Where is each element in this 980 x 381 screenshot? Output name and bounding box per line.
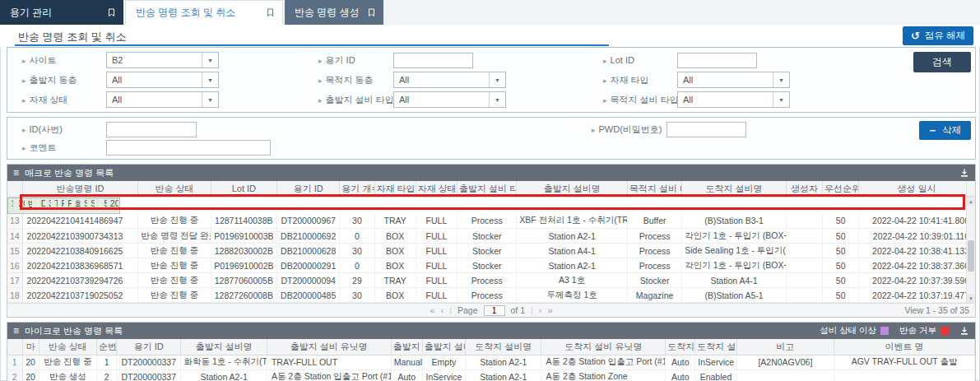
scroll-down-icon[interactable]: ▼ (967, 294, 975, 303)
cell: XBF 전처리 1호 - 수취기(TR (517, 214, 628, 229)
column-header[interactable]: 반송 상태 (138, 181, 211, 197)
tab-container-management[interactable]: 용기 관리 (0, 0, 123, 25)
table-row[interactable]: 1820220422103719025052반송 진행 중12827260008… (7, 288, 975, 303)
first-page-icon[interactable]: « (430, 306, 434, 315)
micro-grid-title: 마이크로 반송 명령 목록 (25, 325, 123, 337)
id-input[interactable] (106, 122, 197, 137)
cell (786, 288, 822, 303)
dst-equip-type-select[interactable]: All▼ (677, 91, 790, 108)
cell: Process (627, 258, 681, 273)
tab-transfer-query-cancel[interactable]: 반송 명령 조회 및 취소 (125, 0, 283, 25)
table-row[interactable]: 1720220422103739294726반송 진행 중12877060005… (7, 273, 975, 288)
cell: 20220422103900734313 (22, 229, 138, 244)
column-header[interactable]: 생성 일시 (859, 181, 975, 197)
delete-button[interactable]: − 삭제 (919, 121, 971, 140)
column-header[interactable]: 마 (22, 339, 39, 355)
column-header[interactable]: 반송 상태 (39, 339, 96, 355)
column-header[interactable]: 도착지 설비 (695, 339, 736, 355)
material-type-select[interactable]: All▼ (677, 72, 790, 88)
column-header[interactable] (7, 339, 22, 355)
column-header[interactable]: 반송명령 ID (22, 181, 138, 197)
site-select[interactable]: B2▼ (106, 52, 219, 68)
material-state-select[interactable]: All▼ (106, 91, 219, 108)
table-row[interactable]: 1520220422103840916625반송 진행 중12882030002… (7, 244, 975, 258)
column-header[interactable]: 이벤트 명 (834, 339, 975, 355)
cell: 반송 생성 (39, 369, 96, 381)
column-header[interactable]: 우선순위 (823, 181, 859, 197)
tab-transfer-create[interactable]: 반송 명령 생성 (285, 0, 383, 25)
cell: 50 (823, 229, 859, 244)
column-header[interactable]: 도착지 설 (666, 339, 695, 355)
cell: P0196910003B (211, 229, 276, 244)
src-equip-type-select[interactable]: All▼ (393, 91, 506, 108)
site-label: ▸사이트 (7, 54, 106, 67)
prev-page-icon[interactable]: ‹ (441, 306, 444, 315)
column-header[interactable] (7, 181, 22, 197)
cell: Empty (422, 355, 465, 369)
column-header[interactable]: 순번 (97, 339, 117, 355)
cell: A동 2층 Station Zone (541, 369, 666, 381)
table-row[interactable]: 1620220422103836968571반송 진행 중P0196910002… (7, 258, 975, 273)
column-header[interactable]: 도착지 설비 유닛명 (541, 339, 666, 355)
column-header[interactable]: 출발지 설 (391, 339, 422, 355)
column-header[interactable]: 비고 (736, 339, 834, 355)
vertical-scrollbar[interactable]: ▲ ▼ (966, 181, 975, 303)
table-row[interactable]: 220반송 생성2DT200000337Station A2-1A동 2층 St… (7, 369, 975, 381)
column-header[interactable]: 용기 ID (117, 339, 181, 355)
dst-floor-select[interactable]: All▼ (393, 72, 506, 88)
cell: 반송 명령 전달 완료 (138, 229, 211, 244)
cell: Station A2-1 (88, 198, 95, 213)
column-header[interactable]: 목적지 설비 타입 (627, 181, 681, 197)
release-occupancy-button[interactable]: ↺ 점유 해제 (903, 26, 973, 45)
cell: FULL (416, 229, 457, 244)
page-input[interactable] (484, 305, 505, 316)
next-page-icon[interactable]: › (539, 306, 542, 315)
table-row[interactable]: 1420220422103900734313반송 명령 전달 완료P019691… (7, 229, 975, 244)
filter-panel: ▸사이트 B2▼ ▸용기 ID ▸Lot ID ▸출발지 동층 All▼ ▸목적… (7, 47, 976, 113)
cell: 50 (823, 214, 859, 229)
column-header[interactable]: 생성자 (786, 181, 822, 197)
pagination-bar: « ‹ | Page of 1 | › » View 1 - 35 of 35 (7, 303, 975, 317)
last-page-icon[interactable]: » (547, 306, 552, 315)
scroll-up-icon[interactable]: ▲ (967, 197, 975, 206)
container-id-input[interactable] (393, 53, 473, 68)
table-row[interactable]: 1320220422104141486947반송 진행 중12871140038… (7, 214, 975, 229)
column-header[interactable]: 출발지 설비 유닛명 (267, 339, 391, 355)
cell: Magazine (627, 288, 681, 303)
table-row[interactable]: 120반송 진행 중1DT200000337화학동 1호 - 수취기(TRAYT… (7, 355, 975, 369)
comment-input[interactable] (106, 140, 271, 156)
cell: 15 (7, 244, 22, 258)
column-header[interactable]: 도착지 설비명 (466, 339, 541, 355)
column-header[interactable]: 출발지 설비명 (517, 181, 628, 197)
label-arrow-icon: ▸ (603, 57, 607, 65)
download-icon[interactable] (959, 326, 969, 336)
column-header[interactable]: 자재 타입 (374, 181, 416, 197)
cell: Process (65, 198, 72, 213)
cell: Auto (666, 369, 695, 381)
cell (736, 369, 834, 381)
cell: Process (457, 214, 517, 229)
column-header[interactable]: 자재 상태 (416, 181, 457, 197)
label-arrow-icon: ▸ (22, 126, 26, 134)
src-floor-select[interactable]: All▼ (106, 72, 219, 88)
form-row: ▸ID(사번) ▸PWD(비밀번호) (7, 120, 975, 138)
column-header[interactable]: 도착지 설비명 (682, 181, 787, 197)
cell: BOX (374, 229, 416, 244)
search-button[interactable]: 검색 (913, 52, 971, 72)
column-header[interactable]: 용기 ID (277, 181, 340, 197)
table-row[interactable]: 1220220422104141711257반송 진행 중DT200000337… (7, 197, 120, 214)
column-header[interactable]: 출발지 설비 타입 (457, 181, 517, 197)
column-header[interactable]: 출발지 설비 (422, 339, 465, 355)
column-header[interactable]: 용기 개수 (340, 181, 374, 197)
cell: 반송 진행 중 (39, 355, 96, 369)
cell: 16 (7, 258, 22, 273)
pwd-input[interactable] (666, 122, 746, 137)
download-icon[interactable] (959, 168, 969, 178)
scrollbar-thumb[interactable] (968, 240, 974, 272)
column-header[interactable]: 출발지 설비명 (181, 339, 267, 355)
cell: (B)Station A5-1 (682, 288, 787, 303)
dropdown-arrow-icon: ▼ (489, 72, 505, 87)
dropdown-arrow-icon: ▼ (773, 92, 789, 107)
lot-id-input[interactable] (677, 53, 757, 68)
column-header[interactable]: Lot ID (211, 181, 276, 197)
